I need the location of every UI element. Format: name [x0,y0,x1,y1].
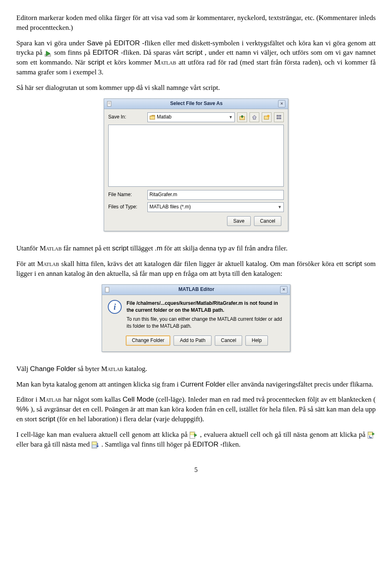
label-mext: .m [155,244,163,252]
save-in-combo[interactable]: Matlab ▼ [147,112,235,122]
svg-rect-6 [150,116,155,119]
label-current-folder: Current Folder [180,380,225,388]
text: et körs kommer [107,58,154,66]
label-percent: %% [16,405,31,413]
text: . Samtliga val finns till höger på [101,440,192,448]
editor-warning-dialog: MATLAB Editor × i File /chalmers/...cque… [102,284,290,352]
close-icon[interactable]: × [278,100,285,107]
label-matlab: Matlab [37,260,59,268]
document-icon [105,287,110,293]
svg-rect-24 [92,445,96,447]
svg-rect-13 [279,118,281,119]
text: som finns på [54,49,92,56]
save-button[interactable]: Save [227,216,250,226]
file-type-value: MATLAB files (*.m) [149,203,191,210]
label-script: script [112,244,129,252]
paragraph: Spara kan vi göra under Save på EDITOR -… [16,38,376,77]
message-bold: File /chalmers/...cques/kurser/Matlab/Ri… [127,300,284,314]
label-editor: EDITOR [114,39,140,47]
paragraph: För att Matlab skall hitta filen, krävs … [16,259,376,279]
text: , evaluera aktuell cell och gå till näst… [200,431,368,438]
dialog-title: MATLAB Editor [113,286,280,293]
svg-point-9 [267,115,270,117]
text: I cell-läge kan man evaluera aktuell cel… [16,431,189,438]
text: (för en hel laboration) i flera delar (v… [57,415,204,423]
label-script: script [186,49,203,56]
page-number: 5 [16,465,376,474]
text: -fliken. [220,440,241,448]
text: har något som kallas [63,396,123,403]
paragraph: Editor i Matlab har något som kallas Cel… [16,395,376,424]
cancel-button[interactable]: Cancel [215,335,242,346]
close-icon[interactable]: × [280,286,287,293]
chevron-down-icon: ▼ [278,204,282,210]
text: Välj [16,365,30,373]
paragraph: Man kan byta katalog genom att antingen … [16,380,376,389]
text: eller använda navigeringsfältet precis u… [227,380,374,388]
text: för att skilja denna typ av fil från and… [164,244,287,252]
svg-rect-16 [190,432,194,435]
file-list[interactable] [108,125,284,187]
label-matlab: Matlab [40,244,62,252]
paragraph: Editorn markerar koden med olika färger … [16,13,376,33]
svg-rect-11 [279,115,281,116]
up-folder-button[interactable] [237,112,247,122]
text: tillägget [130,244,155,252]
save-in-label: Save In: [108,114,145,121]
cancel-button[interactable]: Cancel [254,216,281,226]
text: Utanför [16,244,40,252]
svg-rect-2 [107,101,111,106]
text: på [105,39,114,47]
label-editor: EDITOR [93,49,119,56]
label-matlab: Matlab [101,365,123,373]
text: katalog. [125,365,147,373]
info-icon: i [108,300,122,314]
text: får namnet på ett [63,244,112,252]
add-to-path-button[interactable]: Add to Path [174,335,212,346]
svg-rect-14 [105,287,109,292]
svg-marker-20 [372,433,374,435]
label-matlab: Matlab [39,396,61,403]
view-button[interactable] [274,112,284,122]
message-text: File /chalmers/...cques/kurser/Matlab/Ri… [127,300,284,330]
label-matlab: Matlab [154,58,176,66]
dialog-titlebar: MATLAB Editor × [102,285,290,295]
paragraph: Så här ser dialogrutan ut som kommer upp… [16,83,376,93]
evaluate-cell-icon [189,431,198,439]
label-save: Save [87,39,103,47]
svg-marker-17 [194,434,197,437]
text: Man kan byta katalog genom att antingen … [16,380,180,388]
svg-rect-10 [277,115,278,116]
file-name-input[interactable]: RitaGrafer.m [147,190,284,200]
text: Editor i [16,396,39,403]
folder-icon [149,115,155,120]
chevron-down-icon: ▼ [229,114,233,120]
label-editor: EDITOR [192,440,218,448]
message-plain: To run this file, you can either change … [127,316,284,330]
change-folder-button[interactable]: Change Folder [126,335,170,346]
save-as-dialog: Select File for Save As × Save In: Matla… [104,98,288,232]
label-script: script [345,260,362,268]
file-type-label: Files of Type: [108,203,145,210]
dialog-title: Select File for Save As [115,100,278,107]
text: (cell-läge). Inleder man en rad med två … [156,396,376,403]
svg-rect-23 [92,442,96,445]
home-button[interactable] [249,112,259,122]
file-type-combo[interactable]: MATLAB files (*.m) ▼ [147,202,284,212]
paragraph: Välj Change Folder så byter Matlab katal… [16,364,376,374]
label-script: script [39,415,56,423]
new-folder-button[interactable] [262,112,272,122]
help-button[interactable]: Help [245,335,268,346]
save-in-value: Matlab [157,114,172,121]
text: -fliken. Då sparas vårt [121,49,186,56]
paragraph: Utanför Matlab får namnet på ett script … [16,244,376,253]
text: För att [16,260,37,268]
document-icon [107,101,112,107]
dialog-titlebar: Select File for Save As × [104,99,288,109]
svg-rect-12 [277,118,278,119]
evaluate-cell-advance-icon [368,431,376,439]
advance-cell-icon [91,441,100,449]
text: eller bara gå till nästa med [16,440,91,448]
file-name-label: File Name: [108,191,145,198]
svg-rect-19 [368,432,372,435]
